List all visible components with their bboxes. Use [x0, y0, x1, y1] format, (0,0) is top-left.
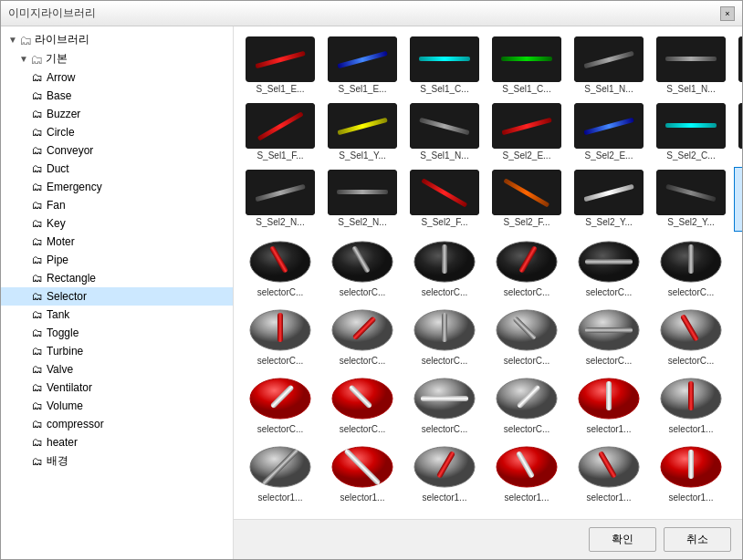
image-label: S_Sel2_Y... — [654, 217, 727, 227]
image-item-selectorc-17[interactable]: selectorC... — [323, 372, 402, 437]
image-label: selectorC... — [654, 356, 727, 366]
image-item-s-sel2-e1[interactable]: S_Sel2_E... — [487, 100, 566, 163]
sidebar-item-background[interactable]: 🗂 배경 — [1, 451, 233, 471]
leaf-icon: 🗂 — [30, 271, 45, 285]
image-label: S_Sel2_F... — [408, 217, 481, 227]
sidebar-scroll[interactable]: ▼ 🗂 라이브러리 ▼ 🗂 기본 🗂 Arrow 🗂 Base — [1, 26, 233, 559]
image-item-s-sel2-c1[interactable]: S_Sel2_C... — [652, 100, 730, 163]
leaf-icon: 🗂 — [30, 180, 45, 194]
image-item-selector1-3[interactable]: selector1... — [734, 372, 742, 437]
image-grid[interactable]: S_Sel1_E... S_Sel1_E... S_Sel1_C... — [234, 26, 742, 519]
image-item-s-sel1-y1[interactable]: S_Sel1_Y... — [323, 100, 402, 163]
leaf-icon: 🗂 — [30, 198, 45, 213]
image-item-s-sel1-f2[interactable]: S_Sel1_F... — [241, 100, 319, 163]
image-item-s-sel2-y2[interactable]: S_Sel2_Y... — [652, 167, 730, 232]
sidebar-item-selector[interactable]: 🗂 Selector — [1, 287, 233, 306]
image-item-selectorc-6[interactable]: selectorC... — [570, 235, 648, 300]
image-item-selector1-7[interactable]: selector1... — [487, 441, 566, 505]
image-item-s-sel2-n2[interactable]: S_Sel2_N... — [323, 167, 402, 232]
image-label: selector1... — [654, 493, 727, 503]
sidebar-item-volume[interactable]: 🗂 Volume — [1, 397, 233, 415]
image-label: selectorC... — [572, 356, 645, 366]
sidebar-item-arrow[interactable]: 🗂 Arrow — [1, 68, 233, 87]
image-item-s-sel2-e2[interactable]: S_Sel2_E... — [570, 100, 648, 163]
sidebar-item-key[interactable]: 🗂 Key — [1, 214, 233, 233]
image-item-s-sel2-f2[interactable]: S_Sel2_F... — [487, 167, 566, 232]
image-item-selectorc-18[interactable]: selectorC... — [405, 372, 484, 437]
image-item-selectorc-19[interactable]: selectorC... — [487, 372, 566, 437]
image-label: selectorC... — [244, 356, 317, 366]
sidebar-item-fan[interactable]: 🗂 Fan — [1, 196, 233, 214]
image-item-selector1-1[interactable]: selector1... — [570, 372, 648, 437]
image-item-selectorc-1[interactable]: selectorC... — [734, 167, 742, 232]
image-item-selectorc-11[interactable]: selectorC... — [405, 304, 484, 368]
sidebar-item-duct[interactable]: 🗂 Duct — [1, 160, 233, 178]
image-item-s-sel1-e1[interactable]: S_Sel1_E... — [241, 34, 319, 97]
image-item-s-sel2-f1[interactable]: S_Sel2_F... — [405, 167, 484, 232]
image-item-s-sel1-e2[interactable]: S_Sel1_E... — [323, 34, 402, 97]
image-label: selectorC... — [408, 356, 481, 366]
image-item-selector1-8[interactable]: selector1... — [570, 441, 648, 505]
sidebar-item-moter[interactable]: 🗂 Moter — [1, 233, 233, 251]
sidebar-item-emergency[interactable]: 🗂 Emergency — [1, 178, 233, 196]
image-label: selectorC... — [408, 287, 481, 297]
image-item-selector1-9[interactable]: selector1... — [652, 441, 730, 505]
sidebar-item-buzzer[interactable]: 🗂 Buzzer — [1, 105, 233, 123]
image-item-selectorc-2[interactable]: selectorC... — [241, 235, 319, 300]
image-item-s-sel2-n1[interactable]: S_Sel2_N... — [241, 167, 319, 232]
sidebar-item-ventilator[interactable]: 🗂 Ventilator — [1, 379, 233, 397]
image-label: selectorC... — [408, 424, 481, 434]
bottom-bar: 확인 취소 — [234, 519, 742, 559]
leaf-icon: 🗂 — [30, 435, 45, 450]
image-item-selectorc-10[interactable]: selectorC... — [323, 304, 402, 368]
image-item-selectorc-7[interactable]: selectorC... — [652, 235, 730, 300]
sidebar-item-rectangle[interactable]: 🗂 Rectangle — [1, 269, 233, 287]
sidebar-item-pipe[interactable]: 🗂 Pipe — [1, 251, 233, 269]
sidebar-item-valve[interactable]: 🗂 Valve — [1, 360, 233, 379]
sidebar-item-basic[interactable]: ▼ 🗂 기본 — [1, 49, 233, 68]
image-item-s-sel1-n1[interactable]: S_Sel1_N... — [570, 34, 648, 97]
image-item-selectorc-14[interactable]: selectorC... — [652, 304, 730, 368]
image-item-s-sel2-y1[interactable]: S_Sel2_Y... — [570, 167, 648, 232]
sidebar-item-heater[interactable]: 🗂 heater — [1, 433, 233, 451]
image-item-selectorc-13[interactable]: selectorC... — [570, 304, 648, 368]
image-item-selectorc-5[interactable]: selectorC... — [487, 235, 566, 300]
image-item-s-sel1-f1[interactable]: S_Sel1_F... — [734, 34, 742, 97]
image-item-selectorc-3[interactable]: selectorC... — [323, 235, 402, 300]
sidebar-item-circle[interactable]: 🗂 Circle — [1, 123, 233, 141]
image-item-selectorc-8[interactable]: selectorC... — [734, 235, 742, 300]
image-item-selectorc-4[interactable]: selectorC... — [405, 235, 484, 300]
image-item-s-sel2-c2[interactable]: S_Sel2_C... — [734, 100, 742, 163]
cancel-button[interactable]: 취소 — [664, 527, 731, 552]
image-label: selectorC... — [244, 424, 317, 434]
sidebar-item-conveyor[interactable]: 🗂 Conveyor — [1, 141, 233, 160]
leaf-icon: 🗂 — [30, 289, 45, 304]
sidebar-item-library[interactable]: ▼ 🗂 라이브러리 — [1, 30, 233, 49]
image-item-selectorc-16[interactable]: selectorC... — [241, 372, 319, 437]
svg-rect-79 — [606, 381, 612, 410]
image-item-s-sel1-c1[interactable]: S_Sel1_C... — [405, 34, 484, 97]
sidebar-item-toggle[interactable]: 🗂 Toggle — [1, 324, 233, 342]
sidebar-item-base[interactable]: 🗂 Base — [1, 87, 233, 105]
image-item-s-sel1-c2[interactable]: S_Sel1_C... — [487, 34, 566, 97]
image-item-selector1-2[interactable]: selector1... — [652, 372, 730, 437]
sidebar-item-tank[interactable]: 🗂 Tank — [1, 306, 233, 324]
image-item-selector1-4[interactable]: selector1... — [241, 441, 319, 505]
image-label: S_Sel1_E... — [326, 84, 399, 94]
image-label: S_Sel2_E... — [490, 150, 563, 161]
image-item-selectorc-9[interactable]: selectorC... — [241, 304, 319, 368]
confirm-button[interactable]: 확인 — [589, 527, 656, 552]
image-label: selectorC... — [737, 219, 742, 229]
image-item-selector1-5[interactable]: selector1... — [323, 441, 402, 505]
leaf-icon: 🗂 — [30, 380, 45, 395]
image-item-selectorc-15[interactable]: selectorC... — [734, 304, 742, 368]
image-label: S_Sel1_N... — [572, 84, 645, 94]
image-item-selector1-6[interactable]: selector1... — [405, 441, 484, 505]
image-item-s-sel1-n3[interactable]: S_Sel1_N... — [405, 100, 484, 163]
leaf-icon: 🗂 — [30, 326, 45, 340]
sidebar-item-turbine[interactable]: 🗂 Turbine — [1, 342, 233, 360]
image-item-s-sel1-n2[interactable]: S_Sel1_N... — [652, 34, 730, 97]
sidebar-item-compressor[interactable]: 🗂 compressor — [1, 415, 233, 433]
close-button[interactable]: × — [720, 6, 735, 21]
image-item-selectorc-12[interactable]: selectorC... — [487, 304, 566, 368]
